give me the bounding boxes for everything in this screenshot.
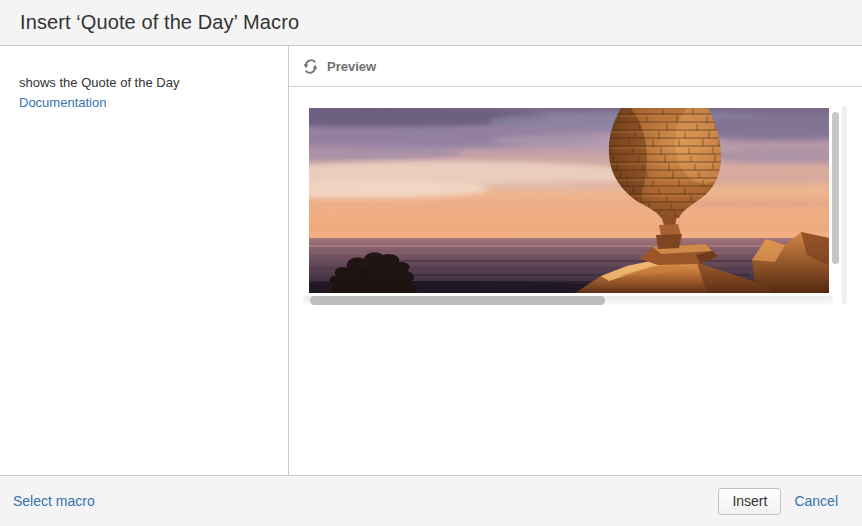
documentation-link[interactable]: Documentation xyxy=(19,93,106,113)
macro-dialog: Insert ‘Quote of the Day’ Macro shows th… xyxy=(0,0,862,526)
horizontal-scrollbar-thumb[interactable] xyxy=(310,296,605,305)
preview-panel: Preview xyxy=(289,46,862,475)
refresh-icon[interactable] xyxy=(301,57,319,75)
preview-header: Preview xyxy=(289,46,862,87)
preview-image xyxy=(309,108,829,293)
macro-info-panel: shows the Quote of the Day Documentation xyxy=(0,46,288,475)
select-macro-link[interactable]: Select macro xyxy=(13,493,95,509)
insert-button[interactable]: Insert xyxy=(718,488,781,515)
vertical-scrollbar-track[interactable] xyxy=(842,106,847,304)
dialog-footer: Select macro Insert Cancel xyxy=(0,475,862,526)
dialog-titlebar: Insert ‘Quote of the Day’ Macro xyxy=(0,0,862,46)
horizontal-scrollbar-track[interactable] xyxy=(303,296,833,305)
vertical-scrollbar-thumb[interactable] xyxy=(832,112,839,264)
macro-description: shows the Quote of the Day xyxy=(19,73,270,93)
dialog-title: Insert ‘Quote of the Day’ Macro xyxy=(20,11,299,34)
preview-label: Preview xyxy=(327,59,376,74)
cancel-link[interactable]: Cancel xyxy=(794,493,838,509)
